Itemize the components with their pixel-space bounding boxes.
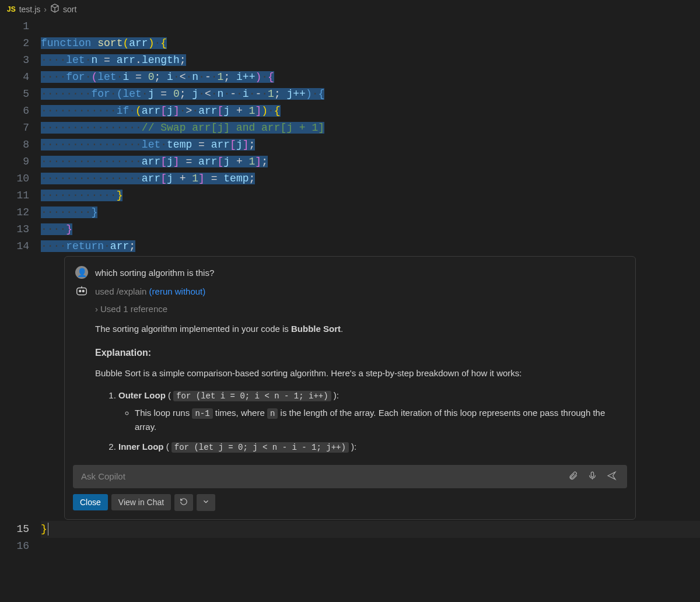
chat-list-item: Inner Loop ( for (let j = 0; j < n - i -… bbox=[118, 440, 625, 454]
line-number: 7 bbox=[0, 120, 29, 136]
code-line: ················arr[j + 1] = temp; bbox=[41, 170, 700, 187]
line-number: 11 bbox=[0, 187, 29, 204]
line-number: 15 bbox=[0, 521, 29, 538]
code-line: ····} bbox=[41, 221, 700, 238]
ask-copilot-input[interactable] bbox=[81, 471, 561, 481]
line-number: 14 bbox=[0, 238, 29, 255]
view-in-chat-button[interactable]: View in Chat bbox=[111, 494, 171, 510]
chat-list-item: Outer Loop ( for (let i = 0; i < n - 1; … bbox=[118, 388, 625, 435]
code-line: ····return·arr; bbox=[41, 238, 700, 255]
line-number: 16 bbox=[0, 538, 29, 555]
code-line: ····let·n = arr.length; bbox=[41, 52, 700, 69]
line-number: 8 bbox=[0, 136, 29, 153]
breadcrumb: JS test.js › sort bbox=[0, 0, 700, 18]
chat-input-area: Close View in Chat bbox=[65, 460, 635, 519]
code-line: ················// Swap arr[j] and arr[j… bbox=[41, 120, 700, 136]
code-line: function sort(arr)·{ bbox=[41, 35, 700, 52]
rerun-icon-button[interactable] bbox=[174, 494, 193, 511]
line-number: 5 bbox=[0, 86, 29, 103]
chat-list-subitem: This loop runs n-1 times, where n is the… bbox=[135, 406, 625, 434]
chat-user-message: 👤 which sorting algorithm is this? bbox=[65, 264, 635, 282]
chat-explanation-heading: Explanation: bbox=[95, 345, 625, 360]
chat-references-toggle[interactable]: ›Used 1 reference bbox=[95, 302, 625, 316]
breadcrumb-file[interactable]: test.js bbox=[19, 5, 41, 14]
text-caret bbox=[48, 523, 48, 536]
attach-icon[interactable] bbox=[566, 470, 580, 484]
line-number: 6 bbox=[0, 103, 29, 120]
dropdown-icon-button[interactable] bbox=[197, 494, 215, 511]
chat-explanation-body: Bubble Sort is a simple comparison-based… bbox=[95, 366, 625, 380]
breadcrumb-symbol[interactable]: sort bbox=[63, 5, 76, 14]
svg-rect-3 bbox=[591, 472, 593, 477]
line-number: 2 bbox=[0, 35, 29, 52]
ask-copilot-input-wrapper[interactable] bbox=[73, 465, 627, 488]
code-line: ············if·(arr[j]·>·arr[j + 1])·{ bbox=[41, 103, 700, 120]
chevron-right-icon: › bbox=[44, 5, 47, 14]
line-gutter: 1 2 3 4 5 6 7 8 9 10 11 12 13 14 bbox=[0, 18, 41, 255]
svg-point-2 bbox=[82, 290, 84, 292]
code-line bbox=[41, 18, 700, 35]
code-line: ····for·(let·i = 0; i·<·n·-·1; i++)·{ bbox=[41, 69, 700, 86]
svg-point-1 bbox=[79, 290, 81, 292]
chat-assistant-message: used /explain (rerun without) ›Used 1 re… bbox=[65, 282, 635, 460]
js-file-icon: JS bbox=[7, 5, 16, 13]
chat-user-text: which sorting algorithm is this? bbox=[95, 266, 625, 280]
code-line bbox=[41, 538, 700, 555]
code-editor[interactable]: 1 2 3 4 5 6 7 8 9 10 11 12 13 14 functio… bbox=[0, 18, 700, 255]
send-icon[interactable] bbox=[604, 470, 619, 484]
code-line: ········} bbox=[41, 204, 700, 221]
symbol-method-icon bbox=[50, 4, 60, 15]
line-number: 12 bbox=[0, 204, 29, 221]
microphone-icon[interactable] bbox=[585, 470, 600, 484]
close-button[interactable]: Close bbox=[73, 494, 108, 510]
line-number: 1 bbox=[0, 18, 29, 35]
line-number: 3 bbox=[0, 52, 29, 69]
rerun-without-link[interactable]: (rerun without) bbox=[149, 286, 206, 296]
chevron-right-icon: › bbox=[95, 304, 98, 314]
code-line: ················arr[j] = arr[j + 1]; bbox=[41, 153, 700, 170]
code-line: ········for·(let·j = 0; j·<·n·-·i·-·1; j… bbox=[41, 86, 700, 103]
user-avatar-icon: 👤 bbox=[75, 266, 88, 279]
code-editor-bottom[interactable]: 15 16 } bbox=[0, 521, 700, 555]
copilot-inline-chat: 👤 which sorting algorithm is this? used … bbox=[64, 256, 636, 520]
code-content[interactable]: } bbox=[41, 521, 700, 555]
line-gutter: 15 16 bbox=[0, 521, 41, 555]
chat-answer-intro: The sorting algorithm implemented in you… bbox=[95, 322, 625, 336]
code-line: ············} bbox=[41, 187, 700, 204]
code-content[interactable]: function sort(arr)·{ ····let·n = arr.len… bbox=[41, 18, 700, 255]
line-number: 4 bbox=[0, 69, 29, 86]
chat-button-row: Close View in Chat bbox=[73, 494, 627, 511]
chat-command-line: used /explain (rerun without) bbox=[95, 285, 625, 299]
copilot-icon bbox=[75, 285, 88, 299]
code-line: ················let·temp = arr[j]; bbox=[41, 136, 700, 153]
svg-rect-0 bbox=[77, 288, 87, 295]
line-number: 10 bbox=[0, 170, 29, 187]
line-number: 9 bbox=[0, 153, 29, 170]
code-line: } bbox=[41, 521, 700, 538]
line-number: 13 bbox=[0, 221, 29, 238]
